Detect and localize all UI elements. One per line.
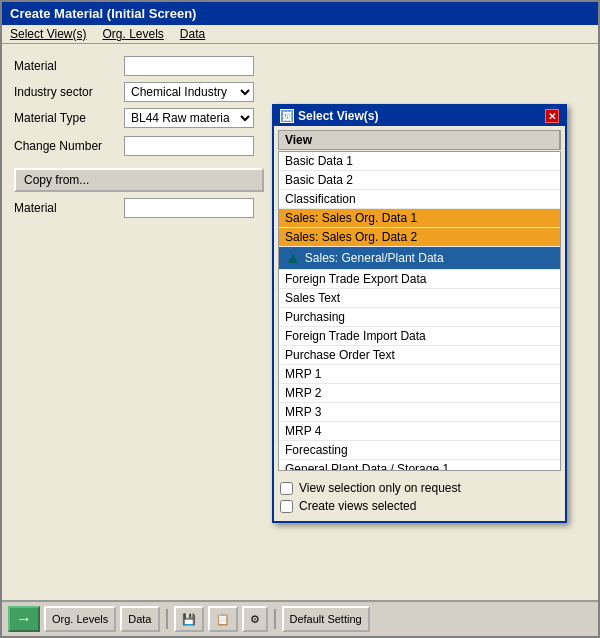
material-label: Material xyxy=(14,59,124,73)
copy-material-input[interactable] xyxy=(124,198,254,218)
list-item[interactable]: Sales: Sales Org. Data 1 xyxy=(279,209,560,228)
dialog-title-bar: 🖼 Select View(s) ✕ xyxy=(274,106,565,126)
list-item[interactable]: MRP 4 xyxy=(279,422,560,441)
main-window: Create Material (Initial Screen) Select … xyxy=(0,0,600,638)
settings-icon: ⚙ xyxy=(250,613,260,626)
copy-from-button[interactable]: Copy from... xyxy=(14,168,264,192)
confirm-arrow-button[interactable]: → xyxy=(8,606,40,632)
menu-bar: Select View(s) Org. Levels Data xyxy=(2,25,598,44)
dialog-close-button[interactable]: ✕ xyxy=(545,109,559,123)
default-setting-button[interactable]: Default Setting xyxy=(282,606,370,632)
checkbox-view-selection-row: View selection only on request xyxy=(280,481,559,495)
toolbar-separator-2 xyxy=(274,609,276,629)
list-item[interactable]: MRP 1 xyxy=(279,365,560,384)
list-item[interactable]: MRP 3 xyxy=(279,403,560,422)
list-item[interactable]: ▲Sales: General/Plant Data xyxy=(279,247,560,270)
list-item[interactable]: Sales Text xyxy=(279,289,560,308)
content-area: Material Industry sector Chemical Indust… xyxy=(2,44,598,600)
material-type-wrapper: BL44 Raw materia xyxy=(124,108,254,128)
list-item[interactable]: Purchasing xyxy=(279,308,560,327)
industry-sector-row: Industry sector Chemical Industry xyxy=(14,82,586,102)
window-title: Create Material (Initial Screen) xyxy=(10,6,196,21)
list-item[interactable]: MRP 2 xyxy=(279,384,560,403)
list-item[interactable]: General Plant Data / Storage 1 xyxy=(279,460,560,471)
material-row: Material xyxy=(14,56,586,76)
material-type-label: Material Type xyxy=(14,111,124,125)
material-input[interactable] xyxy=(124,56,254,76)
dialog-icon: 🖼 xyxy=(280,109,294,123)
settings-icon-button[interactable]: ⚙ xyxy=(242,606,268,632)
list-item[interactable]: Basic Data 1 xyxy=(279,152,560,171)
checkbox-create-views-row: Create views selected xyxy=(280,499,559,513)
title-bar: Create Material (Initial Screen) xyxy=(2,2,598,25)
industry-sector-select[interactable]: Chemical Industry xyxy=(124,82,254,102)
dialog-list-container: View Basic Data 1Basic Data 2Classificat… xyxy=(274,126,565,475)
checkbox-create-views-label: Create views selected xyxy=(299,499,416,513)
list-item[interactable]: Basic Data 2 xyxy=(279,171,560,190)
menu-org-levels[interactable]: Org. Levels xyxy=(102,27,163,41)
copy-icon: 📋 xyxy=(216,613,230,626)
checkbox-create-views[interactable] xyxy=(280,500,293,513)
save-icon-button[interactable]: 💾 xyxy=(174,606,204,632)
list-item[interactable]: Forecasting xyxy=(279,441,560,460)
list-item[interactable]: Sales: Sales Org. Data 2 xyxy=(279,228,560,247)
change-number-input[interactable] xyxy=(124,136,254,156)
menu-data[interactable]: Data xyxy=(180,27,205,41)
copy-material-label: Material xyxy=(14,201,124,215)
save-icon: 💾 xyxy=(182,613,196,626)
data-button[interactable]: Data xyxy=(120,606,159,632)
list-item[interactable]: Foreign Trade Export Data xyxy=(279,270,560,289)
toolbar-separator-1 xyxy=(166,609,168,629)
list-item[interactable]: Classification xyxy=(279,190,560,209)
select-views-dialog: 🖼 Select View(s) ✕ View Basic Data 1Basi… xyxy=(272,104,567,523)
list-item-label: Sales: General/Plant Data xyxy=(305,251,444,265)
list-header: View xyxy=(278,130,561,150)
copy-icon-button[interactable]: 📋 xyxy=(208,606,238,632)
dialog-checkboxes: View selection only on request Create vi… xyxy=(274,475,565,521)
checkbox-view-selection-label: View selection only on request xyxy=(299,481,461,495)
list-header-view: View xyxy=(279,131,560,149)
list-item[interactable]: Purchase Order Text xyxy=(279,346,560,365)
industry-sector-label: Industry sector xyxy=(14,85,124,99)
checkbox-view-selection[interactable] xyxy=(280,482,293,495)
list-item[interactable]: Foreign Trade Import Data xyxy=(279,327,560,346)
list-scroll-area[interactable]: Basic Data 1Basic Data 2ClassificationSa… xyxy=(278,151,561,471)
material-type-select[interactable]: BL44 Raw materia xyxy=(124,108,254,128)
dialog-title: Select View(s) xyxy=(298,109,378,123)
menu-select-views[interactable]: Select View(s) xyxy=(10,27,86,41)
arrow-indicator-icon: ▲ xyxy=(285,249,301,267)
industry-sector-wrapper: Chemical Industry xyxy=(124,82,254,102)
change-number-label: Change Number xyxy=(14,139,124,153)
dialog-title-content: 🖼 Select View(s) xyxy=(280,109,378,123)
org-levels-button[interactable]: Org. Levels xyxy=(44,606,116,632)
bottom-toolbar: → Org. Levels Data 💾 📋 ⚙ Default Setting xyxy=(2,600,598,636)
arrow-icon: → xyxy=(16,610,32,628)
